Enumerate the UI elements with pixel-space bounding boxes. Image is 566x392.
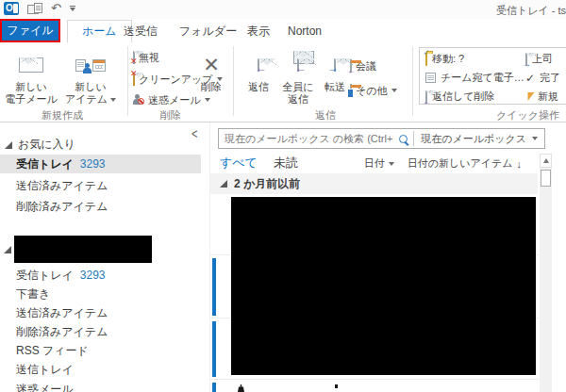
reply-all-icon: ← <box>277 50 319 80</box>
group-label-new: 新規作成 <box>42 108 83 122</box>
item-separator <box>210 379 539 380</box>
partial-email-item <box>238 384 244 392</box>
group-label-delete: 削除 <box>160 108 181 122</box>
dropdown-icon <box>110 98 116 102</box>
delete-icon: ✕ <box>203 54 220 76</box>
ribbon-tab-row: ファイル ホーム 送受信 フォルダー 表示 Norton <box>0 19 566 42</box>
ignore-icon: ✕ <box>133 52 135 63</box>
unread-count: 3293 <box>80 269 106 282</box>
sidebar-item-drafts[interactable]: 下書き <box>0 285 201 303</box>
redacted-account-name <box>14 236 152 263</box>
quick-step-reply-delete[interactable]: ← 返信して削除 <box>425 90 495 104</box>
tab-file-highlighted[interactable]: ファイル <box>0 19 60 42</box>
filter-unread[interactable]: 未読 <box>274 155 298 172</box>
group-divider <box>233 46 234 116</box>
move-folder-icon: → <box>425 54 427 65</box>
sort-controls: 日付 日付の新しいアイテム ↓ <box>364 156 522 171</box>
new-items-icon <box>58 50 123 80</box>
check-icon: ✓ <box>525 72 535 85</box>
dropdown-icon <box>391 89 397 92</box>
tab-folder[interactable]: フォルダー <box>179 20 237 42</box>
unread-indicator-bar <box>212 383 216 392</box>
pane-divider <box>209 122 210 392</box>
ignore-button[interactable]: ✕ 無視 <box>133 49 159 66</box>
meeting-button[interactable]: ← 会議 <box>350 57 376 74</box>
quick-step-done[interactable]: ✓ 完了 <box>525 71 560 85</box>
to-manager-icon: → <box>525 54 527 65</box>
search-scope-dropdown[interactable]: 現在のメールボックス <box>413 131 544 146</box>
quick-access-toolbar: O ↶ <box>4 2 75 15</box>
sidebar-item-sent[interactable]: 送信済みアイテム <box>0 303 201 322</box>
meeting-icon: ← <box>350 60 352 72</box>
reply-icon: ← <box>239 50 278 80</box>
sidebar-item-deleted[interactable]: 削除済みアイテム <box>0 322 201 341</box>
window-title: 受信トレイ - ts <box>496 4 566 18</box>
send-receive-icon[interactable] <box>27 3 42 15</box>
group-expanded-triangle-icon <box>220 180 227 188</box>
tab-norton[interactable]: Norton <box>288 20 322 42</box>
sort-direction-icon: ↓ <box>517 158 523 170</box>
unread-indicator-bar <box>212 258 216 316</box>
reply-button[interactable]: ← 返信 <box>239 44 278 120</box>
expanded-triangle-icon <box>5 141 12 149</box>
reply-delete-icon: ← <box>425 91 427 103</box>
favorites-header[interactable]: お気に入り <box>5 137 75 153</box>
list-scrollbar[interactable] <box>540 154 552 392</box>
sidebar-item-junk[interactable]: 迷惑メール <box>0 380 201 392</box>
sidebar-item-inbox-favorite[interactable]: 受信トレイ 3293 <box>0 155 201 173</box>
dropdown-icon <box>532 137 538 140</box>
scrollbar-thumb[interactable] <box>541 170 551 187</box>
tab-file-label: ファイル <box>7 23 53 39</box>
sidebar-item-rss[interactable]: RSS フィード <box>0 341 201 360</box>
title-bar: O ↶ 受信トレイ - ts <box>0 0 566 19</box>
ribbon: 新しい 電子メール 新しい アイテム 新規作成 ✕ 無視 ✕ クリーンアップ <box>0 42 566 122</box>
undo-icon[interactable]: ↶ <box>51 2 61 15</box>
search-icon[interactable] <box>399 135 408 143</box>
group-label-quick-steps: クイック操作 <box>496 108 559 122</box>
search-input[interactable] <box>219 133 397 144</box>
quick-step-create-new[interactable]: 新規 <box>526 90 558 104</box>
filter-tabs: すべて 未読 <box>220 155 298 172</box>
sidebar-item-deleted-favorite[interactable]: 削除済みアイテム <box>0 197 201 216</box>
cleanup-icon: ✕ <box>133 74 135 85</box>
account-expanded-triangle-icon[interactable] <box>4 246 11 253</box>
filter-all[interactable]: すべて <box>220 155 258 172</box>
group-divider <box>127 46 128 116</box>
sort-by-dropdown[interactable]: 日付 <box>364 156 394 171</box>
redacted-email-list <box>231 197 536 375</box>
quick-step-to-manager[interactable]: → 上司 <box>525 52 553 66</box>
unread-indicator-bar <box>212 321 216 377</box>
main-area: < お気に入り 受信トレイ 3293 送信済みアイテム 削除済みアイテム 受信ト… <box>0 122 566 392</box>
sidebar-item-inbox[interactable]: 受信トレイ 3293 <box>0 266 201 285</box>
search-box[interactable]: 現在のメールボックス <box>218 128 545 149</box>
outlook-logo-icon[interactable]: O <box>4 2 19 15</box>
group-divider <box>412 46 413 116</box>
tab-view[interactable]: 表示 <box>247 20 270 42</box>
new-email-icon <box>4 50 58 80</box>
reply-all-button[interactable]: ← 全員に 返信 <box>277 44 319 120</box>
tab-home[interactable]: ホーム <box>67 20 132 42</box>
dropdown-icon <box>389 162 394 166</box>
team-email-icon <box>425 73 436 83</box>
quick-step-team-email[interactable]: チーム宛て電子… <box>425 71 524 85</box>
more-respond-icon <box>350 85 352 96</box>
quick-step-move[interactable]: → 移動: ? <box>425 52 464 66</box>
scroll-up-button[interactable] <box>540 154 552 168</box>
minimize-folder-pane-icon[interactable]: < <box>191 126 197 141</box>
more-respond-button[interactable]: その他 <box>350 82 397 99</box>
unread-count: 3293 <box>80 157 106 171</box>
lightning-icon <box>525 92 535 101</box>
sidebar-item-outbox[interactable]: 送信トレイ <box>0 360 201 379</box>
list-group-header[interactable]: 2 か月前以前 <box>210 173 538 194</box>
delete-button[interactable]: ✕ 削除 <box>191 44 231 120</box>
group-label-respond: 返信 <box>315 108 336 122</box>
outlook-window: O ↶ 受信トレイ - ts ファイル ホーム 送受信 フォルダー 表示 Nor… <box>0 0 566 392</box>
sidebar-item-sent-favorite[interactable]: 送信済みアイテム <box>0 176 201 195</box>
customize-qat-dropdown-icon[interactable] <box>70 6 75 11</box>
tab-send-receive[interactable]: 送受信 <box>124 20 158 42</box>
sort-order-button[interactable]: 日付の新しいアイテム ↓ <box>408 156 522 171</box>
scroll-up-icon <box>543 158 549 163</box>
partial-email-item <box>335 384 338 388</box>
junk-icon <box>133 94 144 106</box>
